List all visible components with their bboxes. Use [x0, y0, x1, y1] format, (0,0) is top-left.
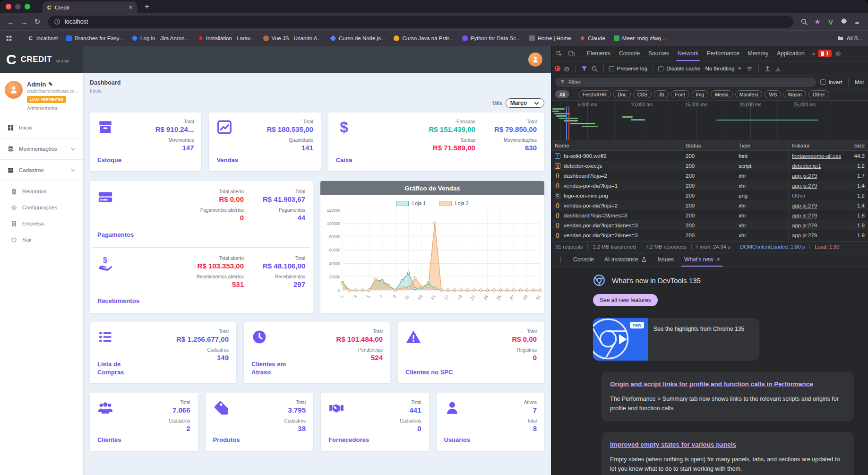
- close-window-icon[interactable]: [6, 4, 11, 9]
- bookmark-item[interactable]: Vue JS - Usando A...: [263, 35, 322, 41]
- table-row[interactable]: {}vendas-por-dia?loja=2200xhrapp.js:2791…: [551, 200, 868, 210]
- filter-chip-all[interactable]: All: [555, 90, 569, 98]
- bookmark-star-icon[interactable]: ★: [811, 17, 824, 26]
- initiator-link[interactable]: app.js:279: [792, 183, 817, 189]
- drawer-tab-ai-assistance[interactable]: AI assistance: [599, 252, 652, 267]
- site-info-icon[interactable]: [54, 18, 60, 25]
- column-header-name[interactable]: Name: [551, 140, 682, 150]
- drawer-menu-icon[interactable]: ⋮: [554, 256, 567, 263]
- search-network-icon[interactable]: [591, 65, 598, 72]
- devtools-tab-elements[interactable]: Elements: [583, 46, 615, 61]
- filter-chip-img[interactable]: Img: [692, 90, 709, 98]
- column-header-status[interactable]: Status: [682, 140, 735, 150]
- filter-chip-ws[interactable]: WS: [765, 90, 781, 98]
- drawer-tab-issues[interactable]: Issues: [652, 252, 679, 267]
- tab-close-icon[interactable]: ×: [129, 4, 132, 10]
- reload-icon[interactable]: ↻: [31, 17, 43, 26]
- more-tabs-icon[interactable]: »: [809, 50, 817, 57]
- sidebar-item-ini-cio[interactable]: Início: [0, 120, 83, 136]
- import-har-icon[interactable]: [764, 65, 771, 72]
- extensions-puzzle-icon[interactable]: [838, 18, 850, 26]
- devtools-tab-console[interactable]: Console: [615, 46, 644, 61]
- app-logo[interactable]: C CREDIT v0.1.88: [0, 46, 83, 73]
- invert-filter-checkbox[interactable]: Invert: [820, 79, 842, 85]
- sidebar-item-sair[interactable]: Sair: [0, 232, 83, 248]
- initiator-link[interactable]: app.js:279: [792, 173, 817, 179]
- error-badge[interactable]: 1: [818, 50, 832, 57]
- table-row[interactable]: {}vendas-por-dia?loja=1200xhrapp.js:2791…: [551, 181, 868, 190]
- filter-chip-other[interactable]: Other: [808, 90, 829, 98]
- initiator-link[interactable]: detector.js:1: [792, 163, 821, 169]
- filter-icon[interactable]: [581, 65, 588, 72]
- bookmark-item[interactable]: Clocalhost: [28, 35, 58, 41]
- apps-grid-icon[interactable]: [6, 35, 12, 42]
- sidebar-item-configurac-o-es[interactable]: Configurações: [0, 199, 83, 216]
- browser-menu-icon[interactable]: ≡: [851, 18, 863, 26]
- table-row[interactable]: {}dashboard?loja=2200xhrapp.js:2791.7: [551, 171, 868, 181]
- table-row[interactable]: {}dashboard?loja=2&mes=3200xhrapp.js:279…: [551, 210, 868, 220]
- drawer-tab-console[interactable]: Console: [568, 252, 599, 267]
- table-row[interactable]: {}detector-exec.js200scriptdetector.js:1…: [551, 161, 868, 171]
- table-row[interactable]: Tfa-solid-900.woff2200fontfontawesome-al…: [551, 151, 868, 161]
- column-header-initiator[interactable]: Initiator: [789, 140, 853, 150]
- play-icon[interactable]: [619, 334, 627, 345]
- bookmark-item[interactable]: Log in - Jira Anron...: [132, 35, 189, 41]
- preserve-log-checkbox[interactable]: Preserve log: [609, 66, 648, 71]
- browser-tab[interactable]: C Credit ×: [43, 1, 137, 13]
- initiator-link[interactable]: app.js:279: [792, 223, 817, 228]
- maximize-window-icon[interactable]: [25, 4, 30, 9]
- clear-network-log-icon[interactable]: ⊘: [564, 65, 570, 72]
- highlight-video-card[interactable]: new See the highlights from Chrome 135: [593, 318, 759, 361]
- article-title-link[interactable]: Origin and script links for profile and …: [610, 380, 813, 389]
- table-row[interactable]: {}vendas-por-dia?loja=1&mes=3200xhrapp.j…: [551, 220, 868, 230]
- filter-chip-css[interactable]: CSS: [633, 90, 652, 98]
- initiator-link[interactable]: app.js:279: [792, 213, 817, 218]
- filter-chip-media[interactable]: Media: [711, 90, 733, 98]
- initiator-link[interactable]: fontawesome-all.css: [792, 153, 841, 159]
- filter-chip-doc[interactable]: Doc: [613, 90, 631, 98]
- table-row[interactable]: Clogo-icon-mini.png200pngOther1.2: [551, 190, 868, 200]
- all-bookmarks-button[interactable]: All B...: [837, 35, 862, 42]
- sidebar-item-relato-rios[interactable]: Relatórios: [0, 183, 83, 199]
- devtools-settings-icon[interactable]: [832, 48, 844, 60]
- table-row[interactable]: {}vendas-por-dia?loja=2&mes=3200xhrapp.j…: [551, 230, 868, 240]
- filter-chip-fetch-xhr[interactable]: Fetch/XHR: [578, 90, 611, 98]
- devtools-tab-network[interactable]: Network: [673, 46, 703, 61]
- throttling-select[interactable]: No throttling: [704, 66, 743, 71]
- bookmark-item[interactable]: Home | Home: [529, 35, 571, 41]
- column-header-size[interactable]: Size: [853, 140, 868, 150]
- close-icon[interactable]: ×: [717, 256, 720, 263]
- see-all-features-button[interactable]: See all new features: [593, 294, 658, 306]
- profile-avatar[interactable]: [5, 81, 23, 99]
- video-thumbnail[interactable]: new: [593, 318, 648, 361]
- device-toolbar-icon[interactable]: [566, 48, 577, 60]
- bookmark-item[interactable]: ✳Claude: [579, 35, 605, 41]
- month-select[interactable]: Março: [506, 98, 544, 108]
- initiator-link[interactable]: app.js:279: [792, 203, 817, 208]
- sidebar-item-cadastros[interactable]: Cadastros: [0, 162, 83, 178]
- more-filters-label[interactable]: Mor: [855, 79, 864, 85]
- devtools-tab-memory[interactable]: Memory: [744, 46, 773, 61]
- column-header-type[interactable]: Type: [735, 140, 789, 150]
- network-conditions-icon[interactable]: [746, 65, 753, 72]
- new-tab-button[interactable]: +: [145, 2, 149, 11]
- export-har-icon[interactable]: [774, 65, 782, 72]
- filter-chip-font[interactable]: Font: [671, 90, 689, 98]
- devtools-tab-application[interactable]: Application: [773, 46, 809, 61]
- bookmark-item[interactable]: ✳Installation - Larav...: [198, 35, 255, 41]
- vue-devtools-icon[interactable]: V: [825, 18, 837, 26]
- filter-chip-wasm[interactable]: Wasm: [783, 90, 806, 98]
- article-title-link[interactable]: Improved empty states for various panels: [610, 440, 736, 449]
- network-overview-timeline[interactable]: 5,000 ms10,000 ms15,000 ms20,000 ms25,00…: [551, 101, 868, 140]
- inspect-element-icon[interactable]: [553, 48, 565, 60]
- back-icon[interactable]: ←: [5, 18, 17, 26]
- devtools-tab-performance[interactable]: Performance: [703, 46, 744, 61]
- bookmark-item[interactable]: Curso de Node.js...: [330, 35, 385, 41]
- edit-pencil-icon[interactable]: ✎: [48, 81, 52, 87]
- bookmark-item[interactable]: Branches for Easy...: [66, 35, 123, 41]
- bookmark-item[interactable]: Python for Data Sc...: [462, 35, 521, 41]
- filter-chip-manifest[interactable]: Manifest: [735, 90, 763, 98]
- minimize-window-icon[interactable]: [15, 4, 21, 9]
- filter-chip-js[interactable]: JS: [654, 90, 668, 98]
- initiator-link[interactable]: app.js:279: [792, 233, 817, 238]
